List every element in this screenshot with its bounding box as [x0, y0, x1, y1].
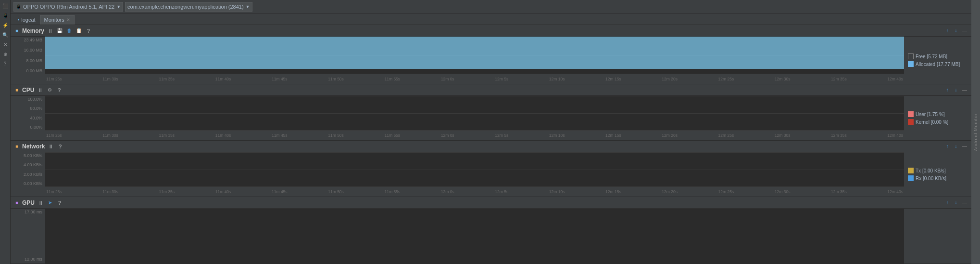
network-icon: ■ [13, 143, 20, 150]
gpu-pause-btn[interactable]: ⏸ [37, 199, 44, 207]
network-time-axis: 11m 25s 11m 30s 11m 35s 11m 40s 11m 45s … [45, 187, 904, 197]
memory-help-btn[interactable]: ? [85, 27, 92, 35]
network-collapse-btn[interactable]: — [961, 143, 968, 150]
network-help-btn[interactable]: ? [56, 143, 64, 150]
device-dropdown-icon[interactable]: ▼ [116, 4, 121, 9]
cpu-y-label-0: 100.0% [12, 97, 44, 102]
gpu-chart-bg [45, 209, 904, 264]
network-pause-btn[interactable]: ⏸ [47, 143, 54, 150]
tab-logcat[interactable]: ▪ logcat [13, 15, 40, 25]
memory-up-btn[interactable]: ↑ [943, 27, 951, 35]
gpu-collapse-btn[interactable]: — [961, 199, 968, 207]
toolbar-icon-4[interactable]: 🔍 [1, 31, 9, 39]
tab-monitors[interactable]: Monitors ✕ [40, 15, 75, 25]
memory-time-1: 11m 30s [102, 77, 118, 81]
toolbar-icon-2[interactable]: 📱 [1, 12, 9, 19]
network-title: Network [22, 143, 45, 150]
network-legend: Tx [0.00 KB/s] Rx [0.00 KB/s] [904, 152, 971, 197]
memory-save-btn[interactable]: 💾 [56, 27, 63, 35]
monitors-area: ■ Memory ⏸ 💾 🗑 📋 ? ↑ ↓ — 23.49 MB 16.00 … [11, 25, 971, 264]
gpu-help-btn[interactable]: ? [56, 199, 63, 207]
memory-time-0: 11m 25s [46, 77, 62, 81]
memory-y-label-1: 16.00 MB [12, 48, 44, 53]
memory-time-6: 11m 55s [385, 77, 401, 81]
toolbar-icon-5[interactable]: ✕ [1, 40, 9, 48]
gpu-down-btn[interactable]: ↓ [952, 199, 960, 207]
cpu-y-axis: 100.0% 80.0% 40.0% 0.00% [11, 96, 45, 140]
network-legend-tx: Tx [0.00 KB/s] [908, 168, 946, 173]
memory-time-5: 11m 50s [328, 77, 344, 81]
cpu-chart-bg [45, 96, 904, 131]
memory-time-7: 12m 0s [441, 77, 454, 81]
memory-content: 23.49 MB 16.00 MB 8.00 MB 0.00 MB [11, 37, 971, 84]
memory-time-15: 12m 40s [887, 77, 903, 81]
cpu-help-btn[interactable]: ? [55, 86, 63, 94]
gpu-y-axis: 17.00 ms 12.00 ms [11, 209, 45, 264]
gpu-arrow-btn[interactable]: ➤ [46, 199, 54, 207]
memory-time-4: 11m 45s [272, 77, 288, 81]
memory-allocated-label: Allocated [17.77 MB] [916, 62, 960, 67]
gpu-up-btn[interactable]: ↑ [943, 199, 951, 207]
memory-collapse-btn[interactable]: — [961, 27, 968, 35]
memory-pause-btn[interactable]: ⏸ [46, 27, 54, 35]
memory-time-11: 12m 20s [662, 77, 678, 81]
memory-chart: 11m 25s 11m 30s 11m 35s 11m 40s 11m 45s … [45, 37, 904, 84]
gpu-y-label-1: 12.00 ms [12, 257, 44, 262]
memory-legend-allocated: Allocated [17.77 MB] [908, 61, 960, 67]
cpu-settings-btn[interactable]: ⚙ [46, 86, 53, 94]
network-chart-bg [45, 152, 904, 187]
memory-icon: ■ [13, 27, 20, 34]
cpu-kernel-label: Kernel [0.00 %] [916, 119, 948, 125]
cpu-y-label-3: 0.00% [12, 125, 44, 130]
memory-free-label: Free [5.72 MB] [916, 54, 947, 59]
memory-time-13: 12m 30s [775, 77, 791, 81]
cpu-collapse-btn[interactable]: — [961, 86, 968, 94]
memory-down-btn[interactable]: ↓ [952, 27, 960, 35]
memory-time-2: 11m 35s [159, 77, 175, 81]
network-legend-rx: Rx [0.00 KB/s] [908, 175, 946, 181]
cpu-icon: ■ [13, 87, 20, 93]
cpu-legend-kernel: Kernel [0.00 %] [908, 119, 948, 125]
cpu-legend-user: User [1.75 %] [908, 111, 945, 117]
app-dropdown-icon[interactable]: ▼ [246, 4, 250, 9]
tab-monitors-close[interactable]: ✕ [66, 17, 70, 22]
toolbar-icon-7[interactable]: ? [1, 60, 9, 67]
cpu-chart: 11m 25s 11m 30s 11m 35s 11m 40s 11m 45s … [45, 96, 904, 140]
memory-time-3: 11m 40s [215, 77, 231, 81]
cpu-title: CPU [22, 87, 34, 93]
memory-legend: Free [5.72 MB] Allocated [17.77 MB] [904, 37, 971, 84]
gpu-content: 17.00 ms 12.00 ms [11, 209, 971, 264]
network-chart: 11m 25s 11m 30s 11m 35s 11m 40s 11m 45s … [45, 152, 904, 197]
gpu-y-label-0: 17.00 ms [12, 210, 44, 214]
memory-gc-btn[interactable]: 🗑 [65, 27, 73, 35]
toolbar-icon-6[interactable]: ⊕ [1, 50, 9, 58]
main-area: 📱 OPPO OPPO R9m Android 5.1, API 22 ▼ co… [11, 0, 971, 264]
network-up-btn[interactable]: ↑ [943, 143, 951, 150]
cpu-y-label-1: 80.0% [12, 106, 44, 111]
cpu-header: ■ CPU ⏸ ⚙ ? ↑ ↓ — [11, 84, 971, 96]
app-selector[interactable]: com.example.chenzongwen.myapplication (2… [125, 2, 252, 12]
tab-bar: ▪ logcat Monitors ✕ [11, 13, 971, 25]
toolbar-icon-3[interactable]: ⚡ [1, 21, 9, 29]
cpu-user-color [908, 111, 914, 117]
network-section: ■ Network ⏸ ? ↑ ↓ — 5.00 KB/s 4.00 KB/s … [11, 141, 971, 197]
top-bar: 📱 OPPO OPPO R9m Android 5.1, API 22 ▼ co… [11, 0, 971, 13]
cpu-user-label: User [1.75 %] [916, 112, 945, 117]
memory-title: Memory [22, 27, 44, 34]
cpu-content: 100.0% 80.0% 40.0% 0.00% 11m 25s 11m 30s [11, 96, 971, 140]
gpu-section: ■ GPU ⏸ ➤ ? ↑ ↓ — 17.00 ms 12.00 ms [11, 197, 971, 264]
cpu-up-btn[interactable]: ↑ [943, 86, 951, 94]
cpu-down-btn[interactable]: ↓ [952, 86, 960, 94]
cpu-kernel-color [908, 119, 914, 125]
memory-section: ■ Memory ⏸ 💾 🗑 📋 ? ↑ ↓ — 23.49 MB 16.00 … [11, 25, 971, 84]
device-selector[interactable]: 📱 OPPO OPPO R9m Android 5.1, API 22 ▼ [13, 2, 123, 12]
network-down-btn[interactable]: ↓ [952, 143, 960, 150]
memory-alloc-btn[interactable]: 📋 [75, 27, 83, 35]
memory-y-label-2: 8.00 MB [12, 58, 44, 63]
cpu-legend: User [1.75 %] Kernel [0.00 %] [904, 96, 971, 140]
network-tx-color [908, 168, 914, 173]
cpu-pause-btn[interactable]: ⏸ [36, 86, 44, 94]
gpu-title: GPU [22, 199, 35, 206]
toolbar-icon-1[interactable]: ⬛ [1, 2, 9, 10]
memory-time-9: 12m 10s [549, 77, 565, 81]
